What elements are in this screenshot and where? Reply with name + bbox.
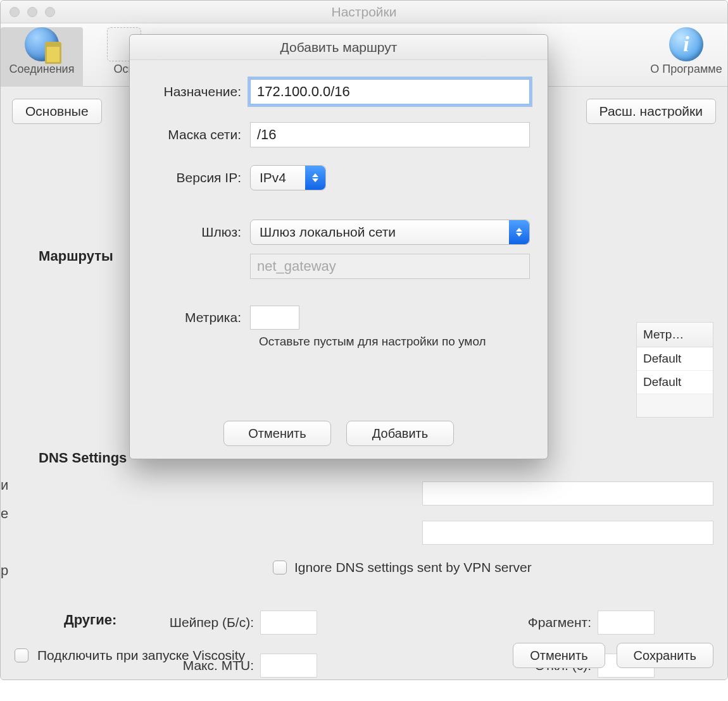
ignore-dns-row: Ignore DNS settings sent by VPN server — [273, 560, 532, 575]
metric-column-header[interactable]: Метр… — [637, 323, 713, 347]
globe-lock-icon — [25, 27, 59, 61]
ignore-dns-label: Ignore DNS settings sent by VPN server — [294, 560, 532, 575]
table-row[interactable]: Default — [637, 371, 713, 394]
footer: Подключить при запуске Viscosity Отменит… — [1, 643, 727, 668]
other-heading: Другие: — [64, 612, 116, 628]
save-button[interactable]: Сохранить — [617, 643, 713, 668]
toolbar-connections[interactable]: Соединения — [1, 27, 83, 89]
fragment-label: Фрагмент: — [528, 615, 591, 630]
gateway-label: Шлюз: — [142, 225, 250, 240]
metric-hint: Оставьте пустым для настройки по умол — [259, 335, 530, 349]
netmask-input[interactable]: /16 — [250, 122, 530, 147]
routes-heading: Маршруты — [39, 248, 113, 264]
dns-domains-field[interactable] — [422, 521, 713, 545]
ipversion-value: IPv4 — [260, 170, 286, 185]
shaper-label: Шейпер (Б/с): — [140, 615, 254, 630]
add-route-sheet: Добавить маршрут Назначение: 172.100.0.0… — [129, 34, 548, 459]
destination-label: Назначение: — [142, 84, 250, 99]
gateway-select[interactable]: Шлюз локальной сети — [250, 220, 530, 245]
routes-metric-column: Метр… Default Default — [636, 322, 713, 418]
gateway-value: Шлюз локальной сети — [260, 225, 396, 240]
fragment-field[interactable] — [598, 611, 655, 635]
cancel-button[interactable]: Отменить — [513, 643, 605, 668]
titlebar: Настройки — [1, 1, 727, 23]
chevron-updown-icon — [305, 166, 325, 190]
sheet-cancel-button[interactable]: Отменить — [223, 421, 331, 446]
sheet-add-button[interactable]: Добавить — [346, 421, 454, 446]
destination-input[interactable]: 172.100.0.0/16 — [250, 79, 530, 104]
chevron-updown-icon — [509, 220, 529, 244]
toolbar-connections-label: Соединения — [9, 63, 75, 76]
tab-main[interactable]: Основные — [12, 99, 102, 124]
tab-advanced[interactable]: Расш. настройки — [586, 99, 716, 124]
gateway-text-input: net_gateway — [250, 254, 530, 279]
clipped-left-text: и е р — [1, 471, 8, 585]
dns-heading: DNS Settings — [39, 450, 127, 466]
ignore-dns-checkbox[interactable] — [273, 561, 287, 574]
netmask-label: Маска сети: — [142, 127, 250, 142]
info-icon: i — [669, 27, 703, 61]
metric-label: Метрика: — [142, 310, 250, 325]
toolbar-about-label: О Программе — [650, 63, 722, 76]
table-row[interactable]: Default — [637, 347, 713, 371]
gateway-text-placeholder: net_gateway — [257, 258, 336, 275]
toolbar-about[interactable]: i О Программе — [645, 27, 727, 76]
dns-servers-field[interactable] — [422, 481, 713, 506]
table-row-empty — [637, 394, 713, 417]
ipversion-label: Версия IP: — [142, 170, 250, 185]
sheet-title: Добавить маршрут — [130, 35, 548, 60]
metric-input[interactable] — [250, 306, 299, 330]
shaper-field[interactable] — [260, 611, 317, 635]
ipversion-select[interactable]: IPv4 — [250, 165, 326, 190]
connect-on-launch-label: Подключить при запуске Viscosity — [37, 648, 245, 663]
window-title: Настройки — [1, 4, 727, 20]
connect-on-launch-checkbox[interactable] — [15, 648, 28, 662]
